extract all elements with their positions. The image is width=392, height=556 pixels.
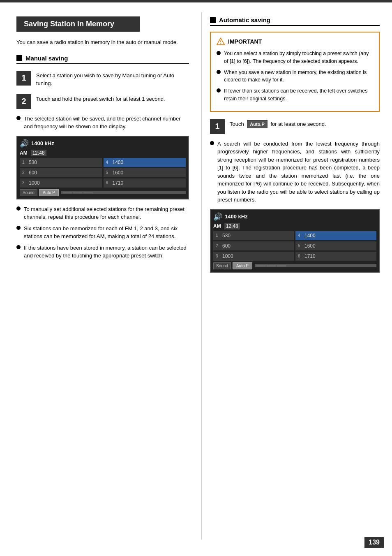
autop-button-right[interactable]: Auto.P	[233, 262, 252, 269]
warning-icon	[217, 37, 225, 46]
preset-rval-4: 1400	[304, 233, 316, 239]
important-bullet-2: When you save a new station in memory, t…	[217, 69, 373, 84]
manual-bullet-list-2: To manually set additional selected stat…	[16, 205, 189, 260]
bullet-dot-3	[16, 226, 21, 230]
step-1-number: 1	[16, 71, 31, 86]
auto-saving-heading: Automatic saving	[210, 16, 380, 26]
radio-display-right: 🔊 1400 kHz AM 12:48 1 530 4 1400 2 600	[210, 209, 380, 273]
manual-bullet-list: The selected station will be saved, and …	[16, 115, 189, 131]
auto-step-after-text: for at least one second.	[270, 121, 326, 127]
manual-saving-heading: Manual saving	[16, 55, 189, 64]
bullet-1-text: The selected station will be saved, and …	[24, 115, 189, 131]
preset-r5[interactable]: 5 1600	[295, 241, 376, 250]
auto-step-1-number: 1	[210, 119, 225, 134]
preset-val-4: 1400	[113, 160, 124, 165]
preset-rnum-6: 6	[298, 254, 303, 258]
bullet-4: If the stations have been stored in memo…	[16, 244, 189, 260]
auto-description-list: A search will be conducted from the lowe…	[210, 140, 380, 204]
preset-num-6: 6	[106, 181, 111, 185]
preset-rnum-4: 4	[298, 233, 303, 238]
step-2-number: 2	[16, 94, 31, 109]
radio-time-right: 12:48	[224, 223, 240, 229]
preset-rval-6: 1710	[304, 253, 316, 259]
preset-val-2: 600	[29, 170, 37, 176]
auto-heading-label: Automatic saving	[219, 16, 270, 23]
auto-description-text: A search will be conducted from the lowe…	[217, 140, 380, 204]
preset-5-left[interactable]: 5 1600	[104, 168, 186, 177]
imp-text-2: When you save a new station in memory, t…	[224, 69, 373, 84]
preset-r2[interactable]: 2 600	[213, 241, 294, 250]
left-column: Saving Station in Memory You can save a …	[0, 12, 201, 540]
preset-rval-2: 600	[222, 243, 231, 249]
auto-description-item: A search will be conducted from the lowe…	[210, 140, 380, 204]
radio-top-bar-right: 🔊 1400 kHz	[213, 212, 376, 221]
preset-4-left[interactable]: 4 1400	[104, 158, 186, 167]
preset-val-1: 530	[29, 160, 37, 165]
preset-rval-1: 530	[222, 233, 231, 239]
bullet-3: Six stations can be memorized for each o…	[16, 225, 189, 241]
bullet-dot-4	[16, 245, 21, 249]
imp-text-1: You can select a station by simply touch…	[224, 50, 373, 65]
important-box: IMPORTANT You can select a station by si…	[210, 32, 380, 112]
preset-num-5: 5	[106, 170, 111, 175]
preset-grid-right: 1 530 4 1400 2 600 5 1600 3 1000	[213, 231, 376, 261]
autop-inline-button[interactable]: Auto.P	[247, 120, 267, 129]
preset-val-5: 1600	[113, 170, 124, 176]
preset-rnum-1: 1	[216, 233, 221, 238]
preset-val-3: 1000	[29, 180, 40, 186]
radio-band-left: AM	[20, 150, 28, 156]
radio-band-right: AM	[213, 223, 221, 229]
preset-num-4: 4	[106, 160, 111, 164]
sound-button-left[interactable]: Sound	[20, 189, 37, 196]
radio-filler-left: ════ ════ ════	[61, 191, 186, 194]
preset-1-left[interactable]: 1 530	[20, 158, 102, 167]
preset-2-left[interactable]: 2 600	[20, 168, 102, 177]
step-2-text: Touch and hold the preset switch for at …	[36, 93, 165, 103]
page-title: Saving Station in Memory	[16, 16, 140, 32]
preset-r4[interactable]: 4 1400	[295, 231, 376, 240]
important-bullet-1: You can select a station by simply touch…	[217, 50, 373, 65]
imp-dot-2	[217, 70, 221, 74]
radio-freq-right: 1400 kHz	[225, 213, 376, 220]
svg-point-1	[220, 43, 221, 44]
bullet-dot	[16, 116, 21, 120]
auto-step-1: 1 Touch Auto.P for at least one second.	[210, 118, 380, 134]
imp-dot-3	[217, 88, 221, 93]
imp-text-3: If fewer than six stations can be receiv…	[224, 87, 373, 103]
radio-filler-right: ════ ════ ════	[255, 264, 376, 267]
important-bullet-3: If fewer than six stations can be receiv…	[217, 87, 373, 103]
square-icon	[16, 55, 22, 61]
radio-top-bar: 🔊 1400 kHz	[20, 139, 186, 148]
preset-r3[interactable]: 3 1000	[213, 252, 294, 261]
step-1-text: Select a station you wish to save by Man…	[36, 70, 189, 88]
preset-rval-5: 1600	[304, 243, 316, 249]
radio-icon: 🔊	[20, 139, 29, 148]
radio-freq-left: 1400 kHz	[31, 140, 186, 146]
manual-heading-label: Manual saving	[25, 55, 68, 62]
auto-desc-dot	[210, 141, 214, 145]
bullet-1: The selected station will be saved, and …	[16, 115, 189, 131]
preset-grid-left: 1 530 4 1400 2 600 5 1600 3 1000	[20, 158, 186, 188]
preset-num-2: 2	[22, 170, 27, 175]
preset-num-3: 3	[22, 181, 27, 185]
preset-r6[interactable]: 6 1710	[295, 252, 376, 261]
sound-button-right[interactable]: Sound	[213, 262, 231, 269]
imp-dot-1	[217, 51, 221, 55]
preset-6-left[interactable]: 6 1710	[104, 178, 186, 188]
square-icon-right	[210, 17, 216, 23]
preset-rval-3: 1000	[222, 253, 233, 259]
preset-r1[interactable]: 1 530	[213, 231, 294, 240]
important-list: You can select a station by simply touch…	[217, 50, 373, 103]
preset-num-1: 1	[22, 160, 27, 164]
bullet-dot-2	[16, 206, 21, 211]
auto-step-1-text: Touch Auto.P for at least one second.	[230, 118, 326, 129]
preset-rnum-2: 2	[216, 243, 221, 248]
radio-bottom-bar-right: Sound Auto.P ════ ════ ════	[213, 262, 376, 269]
intro-text: You can save a radio station in memory i…	[16, 38, 189, 46]
radio-display-left: 🔊 1400 kHz AM 12:48 1 530 4 1400 2 600	[16, 136, 189, 199]
preset-rnum-3: 3	[216, 254, 221, 258]
preset-3-left[interactable]: 3 1000	[20, 178, 102, 188]
autop-button-left[interactable]: Auto.P	[39, 189, 59, 196]
step-1: 1 Select a station you wish to save by M…	[16, 70, 189, 88]
page: Saving Station in Memory You can save a …	[0, 0, 392, 556]
